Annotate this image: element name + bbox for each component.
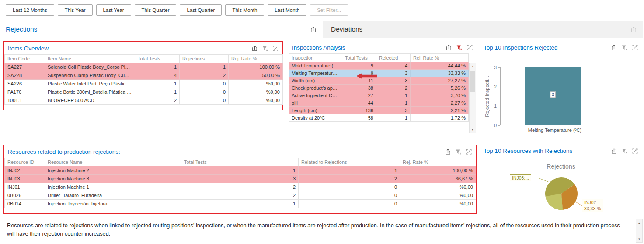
panel-top10-inspections-rejected: Top 10 Inspections Rejected Rejected Ins… [480,41,642,140]
panel-items-overview: Items Overview Item Code Item Name Total… [3,41,283,110]
column-header[interactable]: Rej. Rate % [400,158,476,166]
export-icon[interactable] [611,44,617,51]
maximize-icon[interactable] [272,45,279,52]
panel-top10-resources-rejections: Top 10 Resources with Rejections Rejecti… [480,145,642,214]
maximize-icon[interactable] [632,44,638,51]
table-row[interactable]: INJ02Injection Machine 211100,00 % [5,166,476,175]
tab-rejections-label: Rejections [6,25,37,33]
dashboard-page: Last 12 Months This Year Last Year This … [0,0,644,244]
panel-actions [445,149,472,155]
column-header[interactable]: Total Tests [181,158,299,166]
column-header[interactable]: Item Name [45,55,135,63]
export-icon[interactable] [630,26,637,33]
table-row-selected[interactable]: Melting Temperature (º...9333,33 % [289,70,469,77]
filter-last-month-button[interactable]: Last Month [268,4,306,16]
table-row[interactable]: Width (cm)11327,27 % [289,77,469,85]
bar-value-label: 3 [550,91,556,98]
tab-rejections[interactable]: Rejections [1,21,323,38]
export-icon[interactable] [251,45,258,52]
column-header[interactable]: Rejected [376,54,411,62]
filter-this-quarter-button[interactable]: This Quarter [135,4,177,16]
clear-filter-icon[interactable] [621,44,628,51]
panel-title: Top 10 Inspections Rejected [484,44,558,51]
y-tick-label: 1 [482,103,497,109]
tab-strip: Rejections Deviations [1,21,643,38]
table-row[interactable]: INJ03Injection Machine 33266,67 % [5,175,476,183]
x-axis-category-label: Melting Temperature (ºC) [500,127,609,133]
clear-filter-icon[interactable] [455,149,462,155]
table-row[interactable]: INJ01Injection Machine 120%0,00 [5,183,476,191]
table-row[interactable]: Density at 20ºC5811,72 % [289,114,469,122]
panel-title: Items Overview [8,45,49,52]
filter-this-month-button[interactable]: This Month [225,4,264,16]
column-header[interactable]: Total Tests [342,54,376,62]
scrollbar[interactable]: ▲ ▼ [469,63,476,133]
pie-callout-line [539,178,549,182]
pie-slice-inj03-highlight [546,194,563,210]
column-header[interactable]: Rej. Rate % [411,54,469,62]
table-row[interactable]: pH4412,27 % [289,99,469,107]
pie-callout-inj03[interactable]: INJ03:... [510,174,531,181]
table-row[interactable]: Mold Temperature (ºC)9444,44 % [289,62,469,70]
column-header[interactable]: Inspection [289,54,342,62]
scroll-down-icon[interactable]: ▼ [636,236,642,242]
table-row[interactable]: SA227Solenoid Coil Plastic Body_Corpo Pl… [5,63,283,71]
pie-callout-line1: INJ02: [584,200,601,206]
tab-deviations-label: Deviations [331,25,362,33]
table-row[interactable]: Check product's appea...3825,26 % [289,85,469,92]
table-row[interactable]: SA228Suspension Clamp Plastic Body_Cuer.… [5,71,283,80]
y-tick-label: 2 [482,84,497,89]
export-icon[interactable] [310,26,317,33]
scroll-up-icon[interactable]: ▲ [636,219,642,226]
table-row[interactable]: 0B026Driller_Taladro_Furadeira20%0,00 [5,191,476,200]
maximize-icon[interactable] [632,148,638,154]
export-icon[interactable] [446,44,452,51]
panel-inspections-analysis: Inspections Analysis Inspection Total Te… [289,41,477,134]
tab-deviations[interactable]: Deviations [323,21,643,38]
clear-filter-icon[interactable] [262,45,268,52]
scroll-up-icon[interactable]: ▲ [470,63,476,70]
table-row[interactable]: Active Ingredient Conc...2713,70 % [289,92,469,99]
clear-filter-icon[interactable] [621,148,628,154]
panel-resources-rejections: Resources related to production rejectio… [3,145,477,214]
table-row[interactable]: 0B014Injection_Inyección_Injetora10%0,00 [5,200,476,208]
filter-this-year-button[interactable]: This Year [58,4,93,16]
panel-title: Resources related to production rejectio… [8,149,120,155]
inspections-table: Inspection Total Tests Rejected Rej. Rat… [289,53,469,122]
annotation-arrow [356,73,377,79]
export-icon[interactable] [611,148,617,154]
column-header[interactable]: Rej. Rate % [229,55,283,63]
clear-filter-icon[interactable] [456,44,463,51]
column-header[interactable]: Resource ID [5,158,45,166]
set-filter-button[interactable]: Set Filter... [310,4,348,16]
maximize-icon[interactable] [466,44,473,51]
filter-last-year-button[interactable]: Last Year [96,4,131,16]
maximize-icon[interactable] [466,149,472,155]
bar-chart-plot-area: 3 [500,67,637,125]
column-header[interactable]: Rejections [180,55,229,63]
column-header[interactable]: Total Tests [135,55,180,63]
items-overview-table: Item Code Item Name Total Tests Rejectio… [4,54,283,105]
pie-chart-title: Rejections [480,163,642,170]
bar-melting-temperature[interactable]: 3 [525,67,581,125]
scrollbar-track[interactable] [470,70,476,126]
column-header[interactable]: Item Code [5,55,45,63]
filter-last-12-months-button[interactable]: Last 12 Months [6,4,54,16]
table-row[interactable]: 1001.1BLORECEP 500 ACD20%0,00 [5,96,283,105]
scrollbar-track[interactable] [636,226,642,236]
scrollbar[interactable]: ▲ ▼ [636,219,643,243]
header-row: Resource ID Resource Name Total Tests Re… [5,158,476,166]
scrollbar-thumb[interactable] [470,71,475,92]
column-header[interactable]: Resource Name [45,158,181,166]
y-tick-mark [498,125,500,126]
table-row[interactable]: SA226Plastic Water Inlet Part_Peça Plást… [5,80,283,88]
column-header[interactable]: Related to Rejections [299,158,400,166]
table-row[interactable]: Length (cm)13632,21 % [289,107,469,114]
export-icon[interactable] [445,149,451,155]
pie-callout-line2: 33,33 % [584,206,601,212]
table-row[interactable]: PA176Plastic Bottle 300ml_Botella Plásti… [5,88,283,96]
pie-callout-inj02[interactable]: INJ02: 33,33 % [582,199,603,212]
panel-actions [251,45,279,52]
scroll-down-icon[interactable]: ▼ [470,126,476,133]
filter-last-quarter-button[interactable]: Last Quarter [180,4,222,16]
